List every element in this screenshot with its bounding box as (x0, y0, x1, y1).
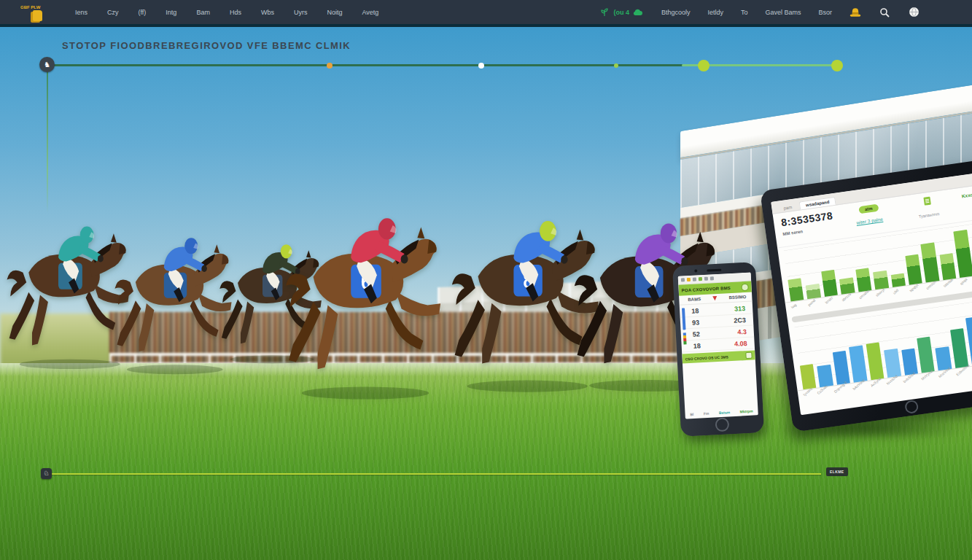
runner-odds: 4.3 (737, 327, 747, 335)
chart-bar-3 (833, 350, 851, 384)
runner-number: 18 (693, 342, 701, 350)
nav-item-left-7[interactable]: Wbs (261, 9, 274, 16)
start-marker-glyph: ♞ (44, 61, 50, 69)
phone-home-button (715, 417, 729, 432)
timeline-line-dark (47, 64, 683, 66)
red-flag-icon (712, 296, 717, 300)
dashboard-pill-button[interactable]: atm (858, 204, 879, 214)
phone-odds-table: 18313932C3524.3184.08 (680, 301, 755, 353)
cloud-icon (632, 7, 644, 18)
nav-item-right-5[interactable]: Bsor (818, 9, 832, 16)
search-icon[interactable] (879, 7, 890, 18)
hero-scene: STOTOP FIOODBREBREGIROVOD VFE BBEMC CLMI… (0, 27, 972, 560)
live-odds-badge[interactable]: (ou 4 (599, 7, 644, 18)
nav-item-right-3[interactable]: To (741, 9, 748, 16)
timeline-dot-2 (478, 63, 484, 69)
nav-item-left-1[interactable]: Iens (75, 9, 88, 16)
phone-bottom-menu: BlFmBstsmMktrpm (685, 408, 758, 416)
chart-bar-10 (939, 253, 956, 281)
timeline-start-marker: ♞ (39, 57, 55, 72)
nav-underline (0, 24, 972, 27)
top-hat-icon[interactable] (849, 7, 861, 18)
nav-item-left-5[interactable]: Bam (196, 9, 210, 16)
timeline-dot-5 (831, 60, 843, 71)
nav-item-right-1[interactable]: Bthgcooly (661, 9, 691, 16)
dashboard-sub-label: MM seren (782, 229, 803, 236)
runner-number: 52 (693, 330, 701, 338)
runner-number: 93 (692, 319, 700, 327)
nav-item-left-9[interactable]: Noitg (327, 9, 342, 16)
chart-bar-4 (849, 346, 867, 383)
nav-items-right: BthgcoolyIetldyToGavel BamsBsor (661, 9, 832, 16)
dashboard-section-label: Tyanasonm (919, 211, 940, 219)
phone-menu-item-2[interactable]: Fm (704, 411, 709, 416)
runner-odds: 4.08 (734, 339, 747, 347)
nav-item-left-10[interactable]: Avetg (362, 9, 378, 16)
site-logo[interactable]: GBF PLW (20, 4, 42, 21)
chart-bar-5 (866, 342, 884, 381)
runner-odds: 2C3 (734, 316, 746, 324)
timeline-dot-1 (327, 63, 333, 69)
bottom-progress-line (51, 473, 821, 475)
chart-bar-10 (950, 328, 969, 368)
chart-bar-9 (921, 243, 940, 283)
chart-bar-6 (884, 349, 901, 378)
phone-menu-item-4[interactable]: Mktrpm (740, 409, 753, 414)
nav-item-left-8[interactable]: Uyrs (294, 9, 308, 16)
chart-bar-8 (905, 254, 922, 285)
runner-number: 18 (691, 307, 699, 315)
top-navbar: GBF PLW IensCzy(ff)IntgBamHdsWbsUyrsNoit… (0, 0, 972, 24)
live-odds-text: (ou 4 (613, 9, 629, 16)
phone-footer-icon (745, 352, 752, 359)
tablet-home-button (904, 400, 919, 414)
nav-item-right-4[interactable]: Gavel Bams (765, 9, 801, 16)
logo-text: GBF PLW (20, 5, 40, 9)
col-odds: BSSIMO (728, 295, 746, 300)
page: GBF PLW IensCzy(ff)IntgBamHdsWbsUyrsNoit… (0, 0, 972, 560)
horse-4: 6 (284, 188, 451, 401)
dashboard-right-badge[interactable]: Kxxon (961, 192, 972, 199)
phone-header-title: POA CXOVOVOR BMS (682, 286, 731, 293)
runner-odds: 313 (734, 304, 746, 312)
phone-screen: POA CXOVOVOR BMS BAMS BSSIMO 18313932C35… (678, 273, 758, 419)
nav-item-right-2[interactable]: Ietldy (707, 9, 723, 16)
col-runners: BAMS (688, 297, 701, 302)
nav-item-left-3[interactable]: (ff) (139, 9, 147, 16)
bottom-line-label: ELKME (826, 467, 848, 476)
timeline-dot-3 (614, 63, 618, 68)
timeline-vertical-line (47, 71, 48, 213)
nav-item-left-6[interactable]: Hds (230, 9, 241, 16)
nav-item-left-2[interactable]: Czy (107, 9, 119, 16)
phone-menu-item-1[interactable]: Bl (690, 412, 693, 416)
chart-bar-7 (901, 349, 918, 376)
nav-menu-left: IensCzy(ff)IntgBamHdsWbsUyrsNoitgAvetg (75, 9, 378, 16)
chart-bar-11 (954, 230, 972, 278)
phone-header-logo-icon (741, 283, 749, 291)
nav-item-left-4[interactable]: Intg (166, 9, 176, 16)
chart-bar-1 (800, 364, 817, 389)
dashboard-link[interactable]: witer 3 palne (856, 217, 883, 225)
bottom-marker-glyph: ♘ (43, 470, 49, 477)
document-icon (923, 197, 930, 206)
phone-menu-item-3[interactable]: Bstsm (719, 410, 731, 415)
sprout-icon (599, 7, 610, 18)
tablet-device: pam wsadapand 8:3535378 MM seren atm wit… (760, 157, 972, 432)
tablet-screen: pam wsadapand 8:3535378 MM seren atm wit… (771, 170, 972, 415)
headline: STOTOP FIOODBREBREGIROVOD VFE BBEMC CLMI… (62, 40, 351, 51)
globe-icon[interactable] (908, 7, 919, 18)
dashboard-big-number: 8:3535378 (780, 209, 833, 228)
phone-device: POA CXOVOVOR BMS BAMS BSSIMO 18313932C35… (672, 262, 764, 437)
nav-menu-right: (ou 4 BthgcoolyIetldyToGavel BamsBsor (599, 7, 919, 18)
phone-speaker (707, 269, 721, 272)
chart-bar-8 (917, 337, 935, 373)
timeline-dot-4 (698, 60, 709, 71)
chart-bar-3 (821, 270, 838, 297)
phone-footer-text: CSO CXOVO OS UC 3MS (685, 354, 728, 361)
phone-camera (694, 269, 697, 272)
logo-hand-icon (33, 10, 42, 21)
bottom-line-start-marker: ♘ (41, 468, 52, 479)
chart-bar-1 (788, 278, 804, 301)
